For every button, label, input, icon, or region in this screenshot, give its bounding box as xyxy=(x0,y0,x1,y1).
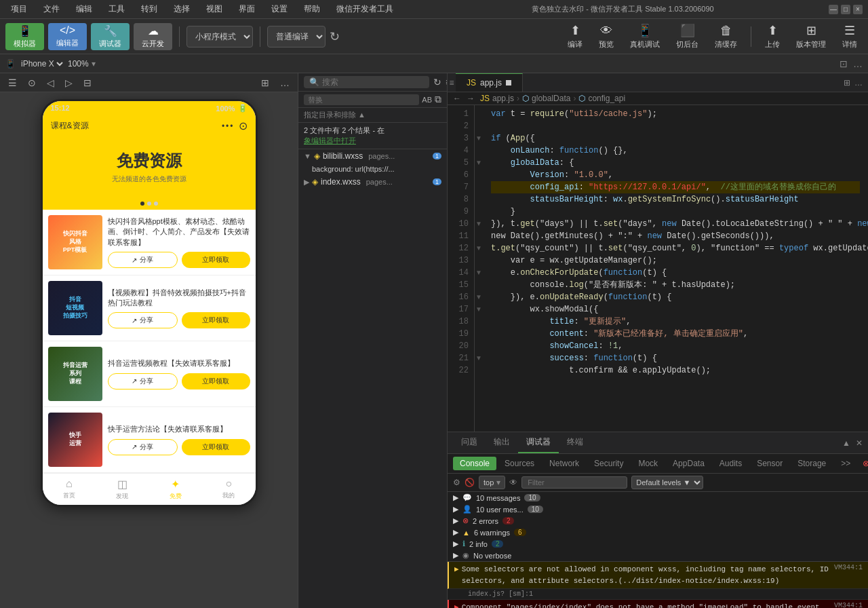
msg-group-errors[interactable]: ▶ ⊗ 2 errors 2 xyxy=(448,515,868,527)
menu-interface[interactable]: 界面 xyxy=(233,3,260,15)
maximize-button[interactable]: □ xyxy=(841,5,850,14)
console-tab-security[interactable]: Security xyxy=(587,457,630,470)
get-button-0[interactable]: 立即领取 xyxy=(182,252,250,268)
console-tab-appdata[interactable]: AppData xyxy=(666,457,711,470)
tab-terminal[interactable]: 终端 xyxy=(559,432,591,453)
editor-tab-app-js[interactable]: JS app.js xyxy=(456,73,523,92)
search-input[interactable] xyxy=(322,77,424,87)
upload-button[interactable]: ⬆ 上传 xyxy=(760,22,785,51)
code-editor-content[interactable]: var t = require("utils/cache.js"); if (A… xyxy=(483,105,868,432)
tab-output[interactable]: 输出 xyxy=(486,432,518,453)
console-tab-storage[interactable]: Storage xyxy=(791,457,833,470)
phone-record-icon[interactable]: ⊙ xyxy=(239,119,248,132)
msg-group-user[interactable]: ▶ 👤 10 user mes... 10 xyxy=(448,504,868,515)
msg-group-warnings[interactable]: ▶ ▲ 6 warnings 6 xyxy=(448,527,868,538)
msg-group-info[interactable]: ▶ ℹ 2 info 2 xyxy=(448,538,868,550)
window-controls[interactable]: — □ × xyxy=(829,5,863,14)
console-tab-network[interactable]: Network xyxy=(542,457,586,470)
code-editor[interactable]: 12345 678910 1112131415 1617181920 2122 … xyxy=(448,105,868,432)
version-button[interactable]: ⊞ 版本管理 xyxy=(791,22,831,51)
cloud-button[interactable]: ☁ 云开发 xyxy=(134,23,172,50)
menu-edit[interactable]: 编辑 xyxy=(71,3,98,15)
more-tabs-icon[interactable]: … xyxy=(854,78,863,88)
tree-item-index-wxss[interactable]: ▶ ◈ index.wxss pages... 1 xyxy=(298,175,447,189)
phone-nav-home[interactable]: ⌂ 首页 xyxy=(43,474,96,505)
get-button-2[interactable]: 立即领取 xyxy=(182,373,250,390)
tab-debugger[interactable]: 调试器 xyxy=(518,432,559,453)
clear-button[interactable]: 🗑 清缓存 xyxy=(709,22,743,51)
zoom-dropdown-icon[interactable]: ▾ xyxy=(92,59,96,69)
menu-wechat[interactable]: 微信开发者工具 xyxy=(331,3,399,15)
search-bar[interactable]: 🔍 xyxy=(304,76,429,88)
menu-select[interactable]: 选择 xyxy=(168,3,195,15)
debugger-button[interactable]: 🔧 调试器 xyxy=(91,23,130,50)
top-selector[interactable]: top ▾ xyxy=(479,476,505,489)
phone-nav-discover[interactable]: ◫ 发现 xyxy=(96,474,149,505)
phone-nav-mine[interactable]: ○ 我的 xyxy=(202,474,256,505)
console-settings-icon[interactable]: ⚙ xyxy=(453,478,460,487)
preview-btn[interactable]: 👁 预览 xyxy=(593,22,619,51)
filter-input[interactable] xyxy=(521,476,627,489)
console-tab-audits[interactable]: Audits xyxy=(713,457,749,470)
nav-back-icon[interactable]: ← xyxy=(453,94,461,103)
menu-project[interactable]: 项目 xyxy=(5,3,33,15)
phone-header[interactable]: 课程&资源 ••• ⊙ xyxy=(43,115,256,136)
gutter-toggle[interactable]: ≡ xyxy=(448,73,456,92)
share-button-1[interactable]: ↗ 分享 xyxy=(108,312,178,328)
device-select[interactable]: iPhone X xyxy=(18,58,65,69)
nav-forward-icon[interactable]: → xyxy=(467,94,475,103)
replace-ab-button[interactable]: AB xyxy=(422,96,432,104)
menu-goto[interactable]: 转到 xyxy=(136,3,163,15)
share-button-0[interactable]: ↗ 分享 xyxy=(108,252,178,268)
editor-button[interactable]: </> 编辑器 xyxy=(48,23,87,50)
share-button-2[interactable]: ↗ 分享 xyxy=(108,373,178,390)
menu-file[interactable]: 文件 xyxy=(38,3,65,15)
filter-level-select[interactable]: Default levels ▼ xyxy=(631,476,703,489)
console-tab-more[interactable]: >> xyxy=(834,457,857,470)
menu-view[interactable]: 视图 xyxy=(201,3,228,15)
refresh-icon[interactable]: ↻ xyxy=(433,77,441,88)
mode-select[interactable]: 小程序模式 xyxy=(186,26,253,48)
console-content[interactable]: ▶ 💬 10 messages 10 ▶ 👤 10 user mes... 10… xyxy=(448,492,868,608)
tab-issue[interactable]: 问题 xyxy=(453,432,486,453)
tree-item-bilibili-wxss[interactable]: ▼ ◈ bilibili.wxss pages... 1 xyxy=(298,149,447,163)
sim-forward-icon[interactable]: ▷ xyxy=(62,77,75,88)
cut-off-button[interactable]: ⬛ 切后台 xyxy=(671,22,704,51)
sim-rotate-icon[interactable]: ⊟ xyxy=(81,77,94,88)
minimize-button[interactable]: — xyxy=(829,5,838,14)
sim-menu-icon[interactable]: ☰ xyxy=(5,77,20,88)
tree-item-bilibili-match[interactable]: background: url(https://... xyxy=(298,163,447,175)
replace-icon[interactable]: ⧉ xyxy=(435,94,441,105)
expand-panel-icon[interactable]: ▲ xyxy=(842,438,850,448)
console-tab-sources[interactable]: Sources xyxy=(498,457,541,470)
sim-dots-icon[interactable]: … xyxy=(277,77,292,88)
more-icon[interactable]: … xyxy=(853,58,863,69)
details-button[interactable]: ☰ 详情 xyxy=(837,22,863,51)
msg-group-verbose[interactable]: ▶ ◉ No verbose xyxy=(448,550,868,561)
share-button-3[interactable]: ↗ 分享 xyxy=(108,439,178,455)
console-tab-console[interactable]: Console xyxy=(453,457,496,470)
close-button[interactable]: × xyxy=(853,5,863,14)
console-tab-sensor[interactable]: Sensor xyxy=(750,457,789,470)
close-panel-icon[interactable]: ✕ xyxy=(856,438,863,448)
sim-split-icon[interactable]: ⊞ xyxy=(258,77,272,88)
console-msg-1[interactable]: ▶ Component "pages/index/index" does not… xyxy=(448,600,868,608)
console-tab-mock[interactable]: Mock xyxy=(631,457,665,470)
menu-settings[interactable]: 设置 xyxy=(266,3,293,15)
filter-label[interactable]: 指定目录和排除 ▲ xyxy=(298,108,447,123)
console-msg-0[interactable]: ▶ Some selectors are not allowed in comp… xyxy=(448,562,868,589)
simulator-button[interactable]: 📱 模拟器 xyxy=(5,23,44,50)
replace-input[interactable] xyxy=(304,94,419,105)
real-device-button[interactable]: 📱 真机调试 xyxy=(625,22,665,51)
split-editor-icon[interactable]: ⊞ xyxy=(844,78,850,88)
sim-back-icon[interactable]: ◁ xyxy=(44,77,57,88)
get-button-1[interactable]: 立即领取 xyxy=(182,312,250,328)
preview-button[interactable]: ⬆ 编译 xyxy=(562,22,588,51)
compile-select[interactable]: 普通编译 xyxy=(267,26,326,48)
menu-tools[interactable]: 工具 xyxy=(103,3,130,15)
refresh-button[interactable]: ↻ xyxy=(330,29,340,44)
menu-help[interactable]: 帮助 xyxy=(298,3,326,15)
msg-group-all[interactable]: ▶ 💬 10 messages 10 xyxy=(448,492,868,504)
console-clear-icon[interactable]: 🚫 xyxy=(465,478,475,487)
eye-filter-icon[interactable]: 👁 xyxy=(509,478,517,487)
